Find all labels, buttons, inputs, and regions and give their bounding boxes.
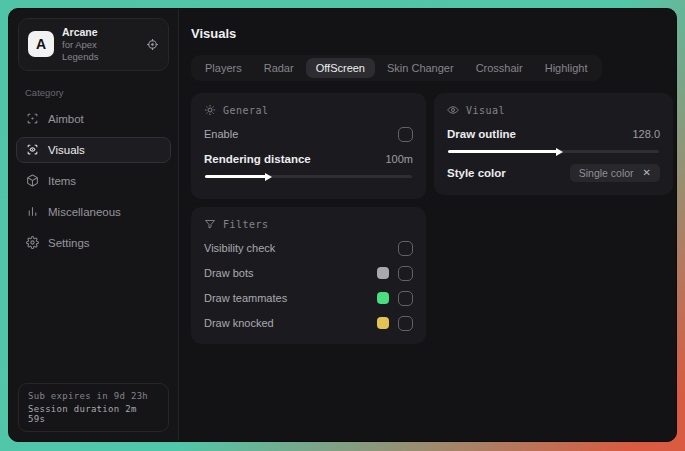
general-card: General Enable Rendering distance 100m [191, 93, 426, 199]
draw-bots-color-swatch[interactable] [377, 267, 389, 279]
app-header-card: A Arcane for Apex Legends [18, 18, 169, 71]
draw-teammates-checkbox[interactable] [398, 291, 413, 306]
app-logo-letter: A [36, 36, 46, 52]
draw-outline-slider[interactable] [448, 147, 659, 156]
slider-thumb[interactable] [556, 148, 563, 156]
sidebar-item-label: Aimbot [48, 113, 84, 125]
subscription-info-card: Sub expires in 9d 23h Session duration 2… [18, 383, 169, 432]
sidebar-item-items[interactable]: Items [16, 168, 171, 194]
draw-teammates-label: Draw teammates [204, 292, 287, 304]
style-color-selected-value: Single color [579, 167, 634, 179]
visual-section-title: Visual [466, 105, 505, 116]
draw-bots-checkbox[interactable] [398, 266, 413, 281]
bars-icon [26, 205, 39, 218]
sidebar-item-settings[interactable]: Settings [16, 230, 171, 256]
clear-icon[interactable]: ✕ [643, 168, 651, 178]
enable-checkbox[interactable] [398, 127, 413, 142]
draw-knocked-color-swatch[interactable] [377, 317, 389, 329]
eye-scan-icon [26, 143, 39, 156]
tab-offscreen[interactable]: OffScreen [306, 58, 375, 78]
page-title: Visuals [191, 26, 673, 41]
session-duration-text: Session duration 2m 59s [28, 404, 159, 424]
visual-card: Visual Draw outline 128.0 Style color [434, 93, 673, 195]
style-color-label: Style color [447, 167, 506, 179]
sidebar-item-label: Settings [48, 237, 90, 249]
sidebar-item-miscellaneous[interactable]: Miscellaneous [16, 199, 171, 225]
draw-knocked-label: Draw knocked [204, 317, 274, 329]
sidebar-item-label: Items [48, 175, 76, 187]
category-label: Category [25, 87, 178, 98]
sub-expires-text: Sub expires in 9d 23h [28, 391, 159, 401]
rendering-distance-value: 100m [385, 153, 413, 165]
tab-crosshair[interactable]: Crosshair [466, 58, 533, 78]
sun-icon [204, 104, 216, 116]
funnel-icon [204, 218, 216, 230]
sidebar-item-aimbot[interactable]: Aimbot [16, 106, 171, 132]
sidebar-item-visuals[interactable]: Visuals [16, 137, 171, 163]
rendering-distance-slider[interactable] [205, 172, 412, 181]
style-color-select[interactable]: Single color ✕ [570, 164, 660, 182]
sidebar-nav: Aimbot Visuals [9, 106, 178, 256]
visuals-tabbar: Players Radar OffScreen Skin Changer Cro… [191, 55, 602, 81]
sidebar-item-label: Visuals [48, 144, 85, 156]
app-name: Arcane [62, 26, 130, 39]
enable-label: Enable [204, 128, 238, 140]
draw-bots-label: Draw bots [204, 267, 254, 279]
target-icon[interactable] [146, 38, 159, 51]
draw-knocked-checkbox[interactable] [398, 316, 413, 331]
visibility-check-checkbox[interactable] [398, 241, 413, 256]
tab-players[interactable]: Players [195, 58, 252, 78]
draw-teammates-color-swatch[interactable] [377, 292, 389, 304]
eye-icon [447, 104, 459, 116]
visibility-check-label: Visibility check [204, 242, 275, 254]
app-logo: A [28, 31, 54, 57]
crosshair-scan-icon [26, 112, 39, 125]
rendering-distance-label: Rendering distance [204, 153, 311, 165]
draw-outline-label: Draw outline [447, 128, 516, 140]
filter-row: Draw knocked [204, 315, 413, 331]
tab-skin-changer[interactable]: Skin Changer [377, 58, 464, 78]
sidebar: A Arcane for Apex Legends Category [9, 9, 179, 441]
cube-icon [26, 174, 39, 187]
sidebar-item-label: Miscellaneous [48, 206, 121, 218]
filters-card: Filters Visibility check Draw bots [191, 207, 426, 344]
filters-section-title: Filters [223, 219, 269, 230]
draw-outline-value: 128.0 [632, 128, 660, 140]
tab-radar[interactable]: Radar [254, 58, 304, 78]
filter-row: Draw bots [204, 265, 413, 281]
app-window: A Arcane for Apex Legends Category [8, 8, 677, 442]
gear-icon [26, 236, 39, 249]
main-content: Visuals Players Radar OffScreen Skin Cha… [179, 9, 677, 441]
filter-row: Draw teammates [204, 290, 413, 306]
tab-highlight[interactable]: Highlight [535, 58, 598, 78]
app-subtitle: for Apex Legends [62, 39, 130, 63]
filter-row: Visibility check [204, 240, 413, 256]
general-section-title: General [223, 105, 269, 116]
slider-thumb[interactable] [265, 173, 272, 181]
